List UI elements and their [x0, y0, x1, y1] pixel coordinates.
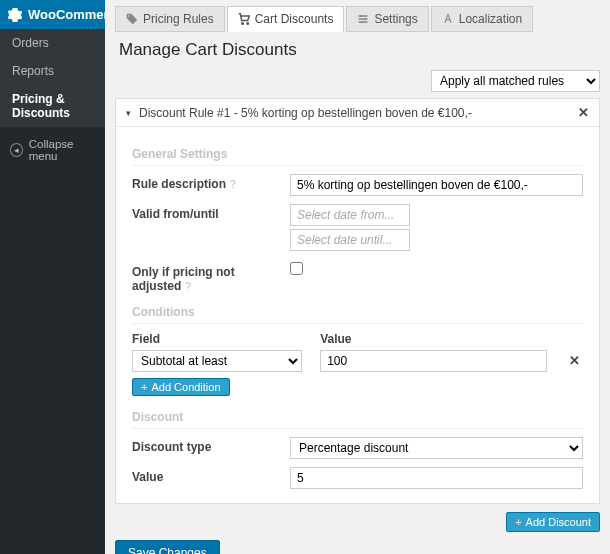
triangle-down-icon: ▾	[126, 108, 131, 118]
plus-icon: +	[515, 516, 521, 528]
apply-mode-select[interactable]: Apply all matched rules	[431, 70, 600, 92]
tab-localization[interactable]: Localization	[431, 6, 533, 32]
cart-icon	[238, 13, 250, 25]
sidebar-brand[interactable]: WooCommerce ◂	[0, 0, 105, 29]
collapse-menu[interactable]: ◂ Collapse menu	[0, 131, 105, 169]
label-rule-description: Rule description?	[132, 174, 290, 191]
label-discount-value: Value	[132, 467, 290, 484]
svg-point-2	[362, 21, 364, 23]
label-condition-value: Value	[320, 332, 547, 346]
sidebar-item-pricing-discounts[interactable]: Pricing & Discounts	[0, 85, 105, 127]
only-if-checkbox[interactable]	[290, 262, 303, 275]
discount-type-select[interactable]: Percentage discount	[290, 437, 583, 459]
tag-icon	[126, 13, 138, 25]
label-discount-type: Discount type	[132, 437, 290, 454]
date-until-input[interactable]	[290, 229, 410, 251]
close-rule-button[interactable]: ✕	[578, 105, 589, 120]
tab-pricing-rules[interactable]: Pricing Rules	[115, 6, 225, 32]
label-only-if-not-adjusted: Only if pricing not adjusted?	[132, 262, 290, 293]
discount-value-input[interactable]	[290, 467, 583, 489]
admin-sidebar: WooCommerce ◂ Orders Reports Pricing & D…	[0, 0, 105, 554]
tab-bar: Pricing Rules Cart Discounts Settings Lo…	[115, 6, 600, 32]
plus-icon: +	[141, 381, 147, 393]
main-content: Pricing Rules Cart Discounts Settings Lo…	[105, 0, 610, 554]
condition-field-select[interactable]: Subtotal at least	[132, 350, 302, 372]
label-valid-from-until: Valid from/until	[132, 204, 290, 221]
section-discount: Discount	[132, 406, 583, 429]
section-general: General Settings	[132, 143, 583, 166]
add-condition-button[interactable]: +Add Condition	[132, 378, 230, 396]
tab-cart-discounts[interactable]: Cart Discounts	[227, 6, 345, 32]
svg-point-1	[365, 18, 367, 20]
page-title: Manage Cart Discounts	[119, 40, 600, 60]
svg-point-0	[360, 15, 362, 17]
discount-rule-panel: ▾ Discount Rule #1 - 5% korting op beste…	[115, 98, 600, 504]
label-condition-field: Field	[132, 332, 302, 346]
section-conditions: Conditions	[132, 301, 583, 324]
font-icon	[442, 13, 454, 25]
rule-description-input[interactable]	[290, 174, 583, 196]
save-changes-button[interactable]: Save Changes	[115, 540, 220, 554]
condition-value-input[interactable]	[320, 350, 547, 372]
tab-settings[interactable]: Settings	[346, 6, 428, 32]
gear-icon	[8, 8, 22, 22]
rule-header[interactable]: ▾ Discount Rule #1 - 5% korting op beste…	[116, 99, 599, 127]
sliders-icon	[357, 13, 369, 25]
sidebar-submenu: Orders Reports Pricing & Discounts	[0, 29, 105, 127]
sidebar-item-orders[interactable]: Orders	[0, 29, 105, 57]
remove-condition-button[interactable]: ✕	[565, 353, 583, 372]
rule-title: Discount Rule #1 - 5% korting op bestell…	[139, 106, 472, 120]
add-discount-button[interactable]: +Add Discount	[506, 512, 600, 532]
sidebar-item-reports[interactable]: Reports	[0, 57, 105, 85]
date-from-input[interactable]	[290, 204, 410, 226]
collapse-icon: ◂	[10, 143, 23, 157]
